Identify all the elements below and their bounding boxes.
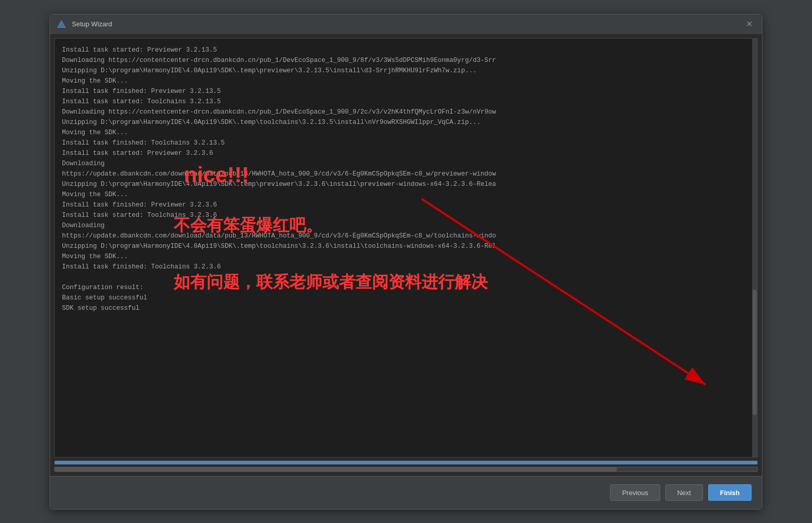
log-scroll-area: Install task started: Previewer 3.2.13.5… — [55, 39, 752, 457]
log-scrollbar[interactable] — [752, 39, 757, 457]
next-button[interactable]: Next — [665, 484, 703, 501]
progress-bar-fill — [55, 461, 757, 464]
setup-wizard-window: Setup Wizard ✕ Install task started: Pre… — [50, 14, 762, 510]
progress-bar-container — [54, 461, 758, 465]
bottom-scrollbar[interactable] — [54, 467, 758, 472]
previous-button[interactable]: Previous — [610, 484, 660, 501]
log-scrollbar-thumb — [753, 290, 757, 415]
close-button[interactable]: ✕ — [743, 19, 756, 29]
app-icon — [56, 19, 67, 29]
title-bar-left: Setup Wizard — [56, 19, 112, 29]
button-bar: Previous Next Finish — [50, 476, 762, 509]
content-area: Install task started: Previewer 3.2.13.5… — [50, 34, 762, 476]
bottom-scrollbar-thumb — [55, 467, 617, 471]
window-title: Setup Wizard — [72, 20, 112, 28]
finish-button[interactable]: Finish — [708, 484, 752, 501]
log-container[interactable]: Install task started: Previewer 3.2.13.5… — [54, 38, 758, 457]
log-text: Install task started: Previewer 3.2.13.5… — [55, 39, 752, 320]
title-bar: Setup Wizard ✕ — [50, 14, 762, 34]
